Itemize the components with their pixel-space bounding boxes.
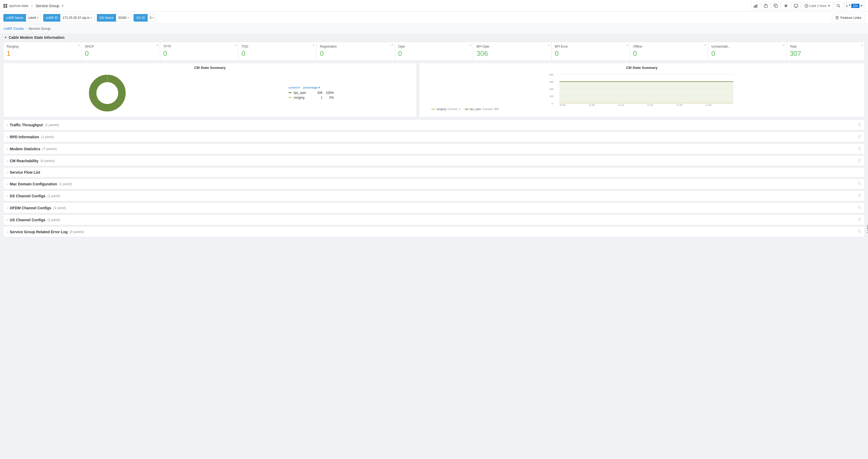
collapsible-header[interactable]: › CM Reachability (6 panels) ⠿ [3, 155, 865, 166]
collapsible-header-left: › CM Reachability (6 panels) [7, 159, 55, 163]
section-name: Service Flow List [10, 170, 40, 174]
stat-card-ext-icon[interactable]: ↗ [391, 44, 393, 47]
sg-name-filter[interactable]: SG Name SG00 ▾ [97, 14, 131, 22]
stat-card-ext-icon[interactable]: ↗ [156, 44, 158, 47]
caret-right-icon: › [7, 182, 8, 185]
monitor-icon [794, 4, 798, 8]
drag-handle-icon[interactable]: ⠿ [858, 205, 861, 210]
stat-card-value: 0 [398, 50, 470, 58]
svg-text:400: 400 [550, 74, 554, 76]
drag-handle-icon[interactable]: ⠿ [858, 229, 861, 234]
line-legend-dot [465, 109, 468, 110]
stat-card-dhcp: ↗ DHCP 0 [82, 42, 160, 60]
settings-button[interactable] [781, 2, 790, 10]
svg-text:10:50: 10:50 [560, 104, 566, 106]
collapsible-header[interactable]: › Service Group Related Error Log (0 pan… [3, 227, 865, 237]
section-collapse-icon: ▼ [4, 36, 7, 39]
panel-count: (1 panel) [48, 194, 60, 198]
sg-id-filter[interactable]: SG ID 0 ▾ [133, 14, 156, 22]
nav-page-title: Service Group [36, 4, 59, 8]
section-service-flow-list: › Service Flow List [3, 167, 865, 177]
svg-text:0: 0 [552, 102, 553, 105]
copy-button[interactable] [771, 2, 780, 10]
stat-card-ext-icon[interactable]: ↗ [78, 44, 80, 47]
cnbr-name-filter[interactable]: cnBR Name cnbr6 ▾ [3, 14, 41, 22]
monitor-button[interactable] [792, 2, 801, 10]
navbar: opshub-data > Service Group ▾ [0, 0, 868, 12]
time-range-button[interactable]: Last 1 hour ▾ [802, 2, 833, 10]
stat-card-ext-icon[interactable]: ↗ [861, 44, 863, 47]
svg-text:300: 300 [550, 81, 554, 83]
svg-rect-3 [6, 6, 7, 8]
section-ofdm-channel-configs: › OFDM Channel Configs (1 panel) ⠿ [3, 202, 865, 213]
cable-modem-section-header[interactable]: ▼ Cable Modem State Information [3, 33, 865, 42]
stat-card-ext-icon[interactable]: ↗ [234, 44, 237, 47]
share-button[interactable] [761, 2, 770, 10]
stat-card-ext-icon[interactable]: ↗ [704, 44, 706, 47]
cnbr-id-filter[interactable]: cnBR ID 172.25.29.37.nip.io ▾ [43, 14, 95, 22]
chart-button[interactable] [751, 2, 760, 10]
sg-id-value[interactable]: 0 ▾ [148, 14, 156, 22]
stat-card-ext-icon[interactable]: ↗ [548, 44, 550, 47]
collapsible-header[interactable]: › US Channel Configs (1 panel) ⠿ [3, 214, 865, 225]
collapsible-header[interactable]: › Modem Statistics (7 panels) ⠿ [3, 144, 865, 154]
donut-panel-title: CM State Summary [6, 66, 414, 70]
collapsible-header[interactable]: › Service Flow List [3, 168, 865, 177]
collapsible-sections: › Traffic Throughput (2 panels) ⠿ › RPD … [3, 119, 865, 237]
collapsible-header[interactable]: › Mac Domain Configuration (1 panel) ⠿ [3, 179, 865, 189]
panel-count: (1 panel) [41, 135, 54, 139]
stat-card-value: 0 [633, 50, 705, 58]
nav-dropdown-icon[interactable]: ▾ [62, 4, 63, 7]
sg-name-label: SG Name [97, 14, 116, 22]
caret-right-icon: › [7, 206, 8, 209]
stat-card-ext-icon[interactable]: ↗ [782, 44, 784, 47]
collapsible-header[interactable]: › Traffic Throughput (2 panels) ⠿ [3, 120, 865, 130]
stat-card-ext-icon[interactable]: ↗ [312, 44, 315, 47]
drag-handle-icon[interactable]: ⠿ [858, 122, 861, 127]
stat-card-value: 0 [555, 50, 626, 58]
drag-handle-icon[interactable]: ⠿ [858, 181, 861, 187]
refresh-button[interactable]: 10s ▾ [844, 2, 865, 10]
cnbr-name-arrow: ▾ [37, 16, 38, 19]
drag-handle-icon[interactable]: ⠿ [858, 146, 861, 151]
search-button[interactable] [834, 2, 843, 10]
svg-text:100: 100 [550, 95, 554, 97]
copy-icon [774, 4, 778, 8]
stat-card-title: TFTP [163, 45, 235, 49]
section-ds-channel-configs: › DS Channel Configs (1 panel) ⠿ [3, 191, 865, 201]
stat-card-value: 1 [7, 50, 79, 58]
svg-point-13 [96, 82, 118, 104]
drag-handle-icon[interactable]: ⠿ [858, 134, 861, 139]
drag-handle-icon[interactable]: ⠿ [858, 158, 861, 163]
stat-card-ext-icon[interactable]: ↗ [626, 44, 628, 47]
collapsible-header-left: › OFDM Channel Configs (1 panel) [7, 206, 66, 210]
drag-handle-icon[interactable]: ⠿ [858, 217, 861, 222]
donut-content: current ▾ percentage ▾ bpi_oper 306 100%… [6, 72, 414, 114]
breadcrumb-parent[interactable]: cnBR Cluster [4, 27, 24, 31]
cnbr-id-value[interactable]: 172.25.29.37.nip.io ▾ [60, 14, 94, 22]
donut-pct-header: percentage ▾ [303, 86, 320, 89]
collapsible-header[interactable]: › DS Channel Configs (1 panel) ⠿ [3, 191, 865, 201]
stat-card-ext-icon[interactable]: ↗ [469, 44, 471, 47]
svg-rect-0 [3, 4, 5, 6]
collapsible-header[interactable]: › OFDM Channel Configs (1 panel) ⠿ [3, 203, 865, 213]
line-legend-name: bpi_oper [470, 108, 481, 111]
cnbr-name-value[interactable]: cnbr6 ▾ [26, 14, 41, 22]
collapsible-header[interactable]: › RPD Information (1 panel) ⠿ [3, 132, 865, 142]
section-mac-domain-configuration: › Mac Domain Configuration (1 panel) ⠿ [3, 178, 865, 189]
line-legend-name: ranging [436, 108, 446, 111]
section-name: DS Channel Configs [10, 194, 46, 198]
feature-links-button[interactable]: ☰ Feature Links [832, 14, 865, 22]
sg-name-value[interactable]: SG00 ▾ [116, 14, 131, 22]
stat-card-value: 306 [476, 50, 548, 58]
stat-card-title: DHCP [85, 45, 157, 49]
stat-card-title: Total [789, 45, 861, 49]
breadcrumb-current: Service Group [28, 27, 51, 31]
section-traffic-throughput: › Traffic Throughput (2 panels) ⠿ [3, 119, 865, 130]
section-cm-reachability: › CM Reachability (6 panels) ⠿ [3, 155, 865, 166]
drag-handle-icon[interactable]: ⠿ [858, 193, 861, 198]
svg-text:11:30: 11:30 [677, 104, 683, 106]
navbar-left: opshub-data > Service Group ▾ [3, 4, 63, 8]
stat-card-oper: ↗ Oper 0 [395, 42, 473, 60]
section-name: OFDM Channel Configs [10, 206, 51, 210]
